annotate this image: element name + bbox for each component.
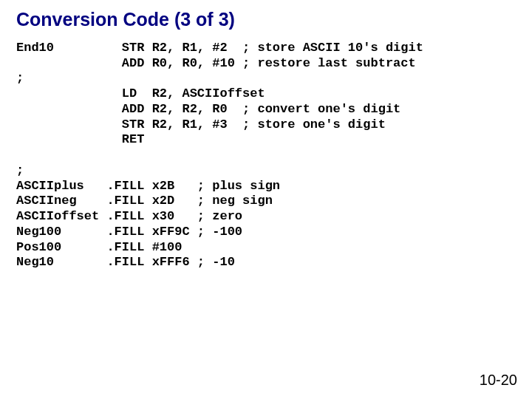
code-block: End10 STR R2, R1, #2 ; store ASCII 10's … <box>16 41 516 270</box>
slide-title: Conversion Code (3 of 3) <box>16 9 516 30</box>
page-number: 10-20 <box>480 372 517 389</box>
